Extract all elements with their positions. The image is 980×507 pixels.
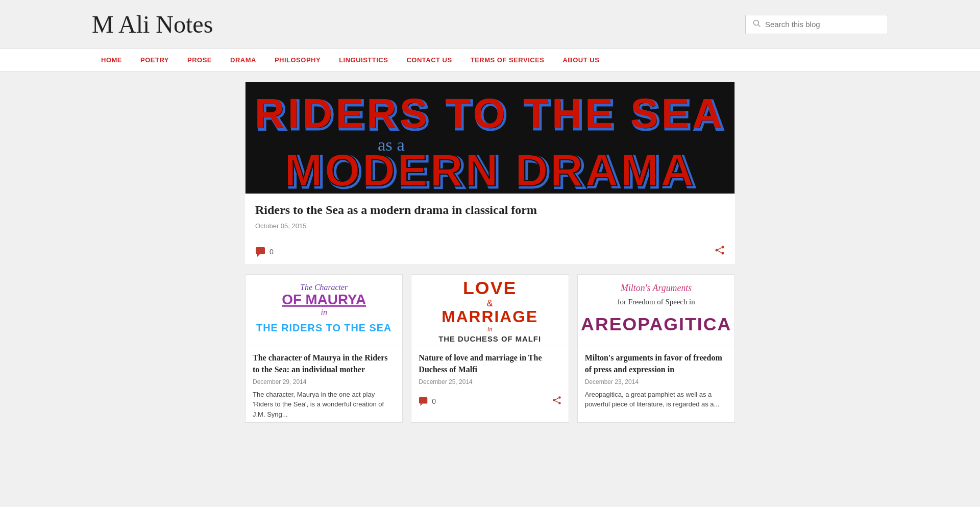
svg-text:THE DUCHESS OF MALFI: THE DUCHESS OF MALFI <box>439 335 542 343</box>
svg-point-30 <box>553 399 555 402</box>
post-card-image-2[interactable]: Milton's Arguments for Freedom of Speech… <box>578 275 734 346</box>
svg-text:The Character: The Character <box>300 283 348 292</box>
post-card-excerpt-0: The character, Maurya in the one act pla… <box>253 390 395 420</box>
nav: HOME POETRY PROSE DRAMA PHILOSOPHY LINGU… <box>0 49 980 71</box>
post-card-date-2: December 23, 2014 <box>585 378 727 385</box>
svg-text:RIDERS TO THE SEA: RIDERS TO THE SEA <box>255 90 725 136</box>
post-card-title-1[interactable]: Nature of love and marriage in The Duche… <box>419 352 561 375</box>
post-comment-number-1: 0 <box>432 397 436 405</box>
svg-text:Milton's Arguments: Milton's Arguments <box>620 283 692 293</box>
featured-post-title[interactable]: Riders to the Sea as a modern drama in c… <box>255 202 725 218</box>
search-box[interactable] <box>745 15 888 34</box>
svg-text:in: in <box>487 326 493 333</box>
svg-text:in: in <box>321 308 327 317</box>
main-content: RIDERS TO THE SEA RIDERS TO THE SEA RIDE… <box>245 71 735 443</box>
featured-post-footer: 0 <box>245 241 735 264</box>
featured-post: RIDERS TO THE SEA RIDERS TO THE SEA RIDE… <box>245 82 735 264</box>
svg-text:OF MAURYA: OF MAURYA <box>282 292 366 307</box>
header: M Ali Notes <box>0 0 980 49</box>
nav-drama[interactable]: DRAMA <box>221 49 265 71</box>
svg-point-11 <box>722 246 724 249</box>
svg-line-15 <box>718 251 722 253</box>
svg-line-1 <box>758 25 761 27</box>
nav-poetry[interactable]: POETRY <box>131 49 178 71</box>
comment-number: 0 <box>270 248 274 256</box>
svg-point-13 <box>722 252 724 255</box>
svg-text:AREOPAGITICA: AREOPAGITICA <box>581 314 731 334</box>
post-card-2: Milton's Arguments for Freedom of Speech… <box>577 274 735 423</box>
post-card-content-2: Milton's arguments in favor of freedom o… <box>578 346 734 413</box>
post-card-content-1: Nature of love and marriage in The Duche… <box>411 346 568 393</box>
svg-text:THE RIDERS TO THE SEA: THE RIDERS TO THE SEA <box>256 322 391 333</box>
svg-point-12 <box>716 249 718 252</box>
featured-post-content: Riders to the Sea as a modern drama in c… <box>245 194 735 241</box>
svg-point-0 <box>754 20 759 25</box>
svg-point-31 <box>558 402 561 404</box>
post-card-date-0: December 29, 2014 <box>253 378 395 385</box>
post-comment-count-1[interactable]: 0 <box>419 396 436 406</box>
site-title: M Ali Notes <box>92 10 213 38</box>
post-card-date-1: December 25, 2014 <box>419 378 561 385</box>
svg-rect-27 <box>419 397 427 404</box>
nav-philosophy[interactable]: PHILOSOPHY <box>265 49 330 71</box>
comment-icon-1 <box>419 396 429 406</box>
nav-home[interactable]: HOME <box>92 49 131 71</box>
svg-text:MODERN DRAMA: MODERN DRAMA <box>284 144 696 194</box>
nav-terms[interactable]: TERMS OF SERVICES <box>461 49 554 71</box>
svg-line-14 <box>718 248 722 250</box>
share-button[interactable] <box>715 245 725 258</box>
post-card-content-0: The character of Maurya in the Riders to… <box>246 346 402 422</box>
post-grid: The Character OF MAURYA in THE RIDERS TO… <box>245 274 735 423</box>
svg-text:MARRIAGE: MARRIAGE <box>442 308 538 326</box>
svg-marker-28 <box>421 404 423 406</box>
search-icon <box>753 19 761 30</box>
search-input[interactable] <box>765 20 880 29</box>
post-card-image-0[interactable]: The Character OF MAURYA in THE RIDERS TO… <box>246 275 402 346</box>
svg-text:LOVE: LOVE <box>463 278 517 298</box>
share-button-1[interactable] <box>552 396 561 407</box>
svg-marker-10 <box>257 254 260 257</box>
post-card-footer-1: 0 <box>411 393 568 413</box>
svg-point-29 <box>558 396 561 399</box>
post-card-1: LOVE & MARRIAGE in THE DUCHESS OF MALFI … <box>411 274 569 423</box>
svg-line-32 <box>555 398 558 400</box>
comment-icon <box>255 246 266 257</box>
post-card-image-1[interactable]: LOVE & MARRIAGE in THE DUCHESS OF MALFI <box>411 275 568 346</box>
featured-comment-count[interactable]: 0 <box>255 246 274 257</box>
post-card-title-2[interactable]: Milton's arguments in favor of freedom o… <box>585 352 727 375</box>
svg-text:&: & <box>487 298 493 308</box>
svg-text:for Freedom of Speech in: for Freedom of Speech in <box>617 298 695 306</box>
svg-line-33 <box>555 401 558 402</box>
svg-rect-9 <box>256 247 265 254</box>
nav-prose[interactable]: PROSE <box>178 49 221 71</box>
post-card-0: The Character OF MAURYA in THE RIDERS TO… <box>245 274 403 423</box>
nav-linguistics[interactable]: LINGUISTTICS <box>330 49 397 71</box>
nav-contact[interactable]: CONTACT US <box>397 49 461 71</box>
nav-about[interactable]: ABOUT US <box>553 49 608 71</box>
post-card-excerpt-2: Areopagitica, a great pamphlet as well a… <box>585 390 727 409</box>
featured-post-image[interactable]: RIDERS TO THE SEA RIDERS TO THE SEA RIDE… <box>245 82 735 194</box>
post-card-title-0[interactable]: The character of Maurya in the Riders to… <box>253 352 395 375</box>
featured-post-date: October 05, 2015 <box>255 222 725 230</box>
